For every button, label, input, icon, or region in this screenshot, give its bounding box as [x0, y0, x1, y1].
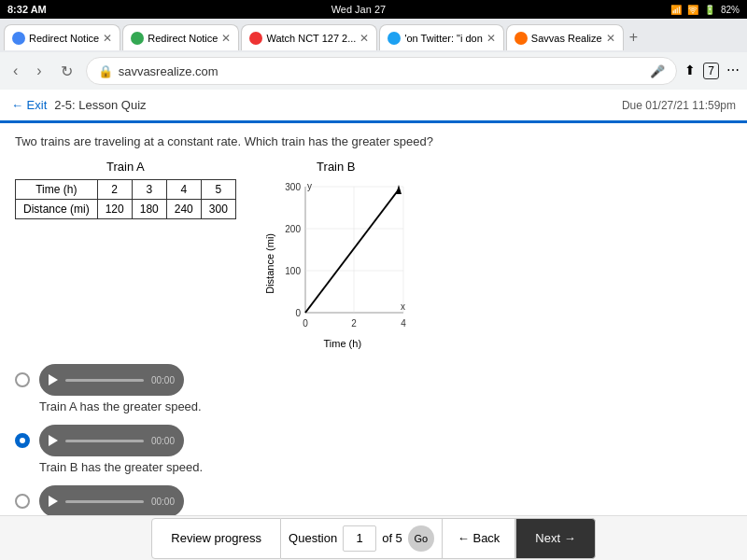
svg-text:y: y [307, 181, 312, 191]
audio-time-3: 00:00 [151, 497, 175, 507]
audio-player-1[interactable]: 00:00 [39, 364, 184, 396]
svg-text:300: 300 [285, 182, 301, 192]
radio-button-1[interactable] [15, 372, 30, 387]
battery-icon: 🔋 [704, 5, 715, 15]
table-cell-180: 180 [132, 200, 166, 219]
svg-text:4: 4 [401, 318, 406, 329]
tab-close-5[interactable]: ✕ [606, 32, 615, 45]
train-b-title: Train B [317, 160, 355, 174]
table-cell-240: 240 [166, 200, 201, 219]
table-header-3: 3 [132, 180, 166, 200]
back-button[interactable]: ← Back [442, 518, 516, 559]
battery-pct: 82% [721, 5, 740, 15]
share-icon[interactable]: ⬆ [684, 63, 696, 79]
radio-button-3[interactable] [15, 494, 30, 509]
tab-icon-1 [12, 32, 25, 45]
table-cell-120: 120 [97, 200, 132, 219]
audio-progress-2 [65, 440, 144, 442]
table-header-time: Time (h) [16, 180, 98, 200]
train-a-table: Time (h) 2 3 4 5 Distance (mi) 120 180 2… [15, 179, 236, 219]
play-icon-1 [49, 374, 58, 385]
table-cell-300: 300 [201, 200, 235, 219]
choice-row-1: 00:00 [15, 364, 184, 396]
play-icon-3 [49, 496, 58, 507]
tab-redirect-2[interactable]: Redirect Notice ✕ [122, 24, 239, 50]
signal-icon: 📶 [670, 5, 682, 15]
exit-button[interactable]: ← Exit [11, 98, 47, 112]
tab-savvas[interactable]: Savvas Realize ✕ [506, 24, 624, 50]
table-cell-distance-label: Distance (mi) [16, 200, 98, 219]
back-nav-button[interactable]: ‹ [7, 61, 23, 81]
svg-text:0: 0 [295, 308, 301, 318]
play-icon-2 [49, 435, 58, 446]
tab-label-4: 'on Twitter: "i don [404, 33, 482, 44]
train-b-section: Train B Distance (mi) [264, 160, 408, 349]
menu-icon[interactable]: ⋯ [726, 63, 740, 79]
mic-icon[interactable]: 🎤 [650, 64, 665, 78]
tab-close-2[interactable]: ✕ [221, 32, 231, 45]
forward-nav-button[interactable]: › [31, 61, 47, 81]
question-label: Question [289, 531, 337, 545]
table-header-4: 4 [166, 180, 201, 200]
bottom-bar: Review progress Question of 5 Go ← Back … [0, 515, 747, 560]
x-axis-label: Time (h) [277, 338, 408, 349]
tab-label-2: Redirect Notice [148, 33, 218, 44]
go-button[interactable]: Go [408, 525, 434, 552]
choice-label-1: Train A has the greater speed. [39, 399, 202, 413]
graph-wrapper: 300 200 100 0 0 2 4 x y [277, 177, 408, 349]
tab-icon-5 [514, 32, 528, 45]
radio-button-2[interactable] [15, 433, 30, 448]
answer-choice-3: 00:00 [15, 485, 732, 515]
tab-close-4[interactable]: ✕ [486, 32, 496, 45]
tab-close-1[interactable]: ✕ [103, 32, 112, 45]
svg-text:100: 100 [285, 266, 301, 276]
answer-choices: 00:00 Train A has the greater speed. 00:… [15, 364, 732, 515]
browser-actions: ⬆ 7 ⋯ [684, 63, 740, 79]
of-label: of 5 [382, 531, 402, 545]
tab-close-3[interactable]: ✕ [359, 32, 369, 45]
tab-icon-3 [249, 32, 262, 45]
tab-twitter[interactable]: 'on Twitter: "i don ✕ [379, 24, 503, 50]
svg-text:2: 2 [351, 318, 357, 329]
next-button[interactable]: Next → [515, 518, 595, 559]
question-number-input[interactable] [343, 525, 376, 552]
reload-button[interactable]: ↻ [55, 61, 78, 82]
tab-label-1: Redirect Notice [29, 33, 99, 44]
audio-progress-1 [65, 379, 144, 382]
new-tab-button[interactable]: + [626, 29, 641, 46]
status-time: 8:32 AM [7, 4, 47, 15]
question-text: Two trains are traveling at a constant r… [15, 134, 732, 148]
url-text: savvasrealize.com [119, 64, 645, 78]
content-area: Train A Time (h) 2 3 4 5 Distance (mi) 1… [15, 160, 732, 349]
table-header-5: 5 [201, 180, 235, 200]
tab-label-5: Savvas Realize [531, 33, 602, 44]
tab-label-3: Watch NCT 127 2... [266, 33, 356, 44]
app-header: ← Exit 2-5: Lesson Quiz Due 01/27/21 11:… [0, 90, 747, 123]
tab-redirect-1[interactable]: Redirect Notice ✕ [4, 24, 120, 50]
status-day: Wed Jan 27 [331, 4, 387, 15]
status-bar: 8:32 AM Wed Jan 27 📶 🛜 🔋 82% [0, 0, 747, 19]
table-row: Distance (mi) 120 180 240 300 [16, 200, 236, 219]
address-bar: ‹ › ↻ 🔒 savvasrealize.com 🎤 ⬆ 7 ⋯ [0, 52, 747, 90]
quiz-title: 2-5: Lesson Quiz [54, 98, 146, 112]
audio-player-2[interactable]: 00:00 [39, 425, 184, 456]
train-a-section: Train A Time (h) 2 3 4 5 Distance (mi) 1… [15, 160, 236, 219]
graph-container: Distance (mi) 300 [264, 177, 408, 349]
svg-text:x: x [401, 301, 405, 312]
audio-player-3[interactable]: 00:00 [39, 485, 184, 515]
status-icons: 📶 🛜 🔋 82% [670, 5, 740, 15]
answer-choice-1: 00:00 Train A has the greater speed. [15, 364, 732, 413]
tab-watch[interactable]: Watch NCT 127 2... ✕ [241, 24, 377, 50]
address-input[interactable]: 🔒 savvasrealize.com 🎤 [86, 57, 678, 85]
choice-row-3: 00:00 [15, 485, 184, 515]
due-date: Due 01/27/21 11:59pm [622, 99, 736, 112]
main-content: Two trains are traveling at a constant r… [0, 123, 747, 515]
choice-row-2: 00:00 [15, 425, 184, 456]
tabs-count-icon[interactable]: 7 [703, 63, 719, 79]
svg-line-16 [305, 189, 399, 313]
review-progress-button[interactable]: Review progress [151, 518, 281, 559]
wifi-icon: 🛜 [687, 5, 698, 15]
audio-progress-3 [65, 500, 144, 503]
tab-icon-2 [131, 32, 144, 45]
question-nav: Question of 5 Go [281, 518, 442, 559]
